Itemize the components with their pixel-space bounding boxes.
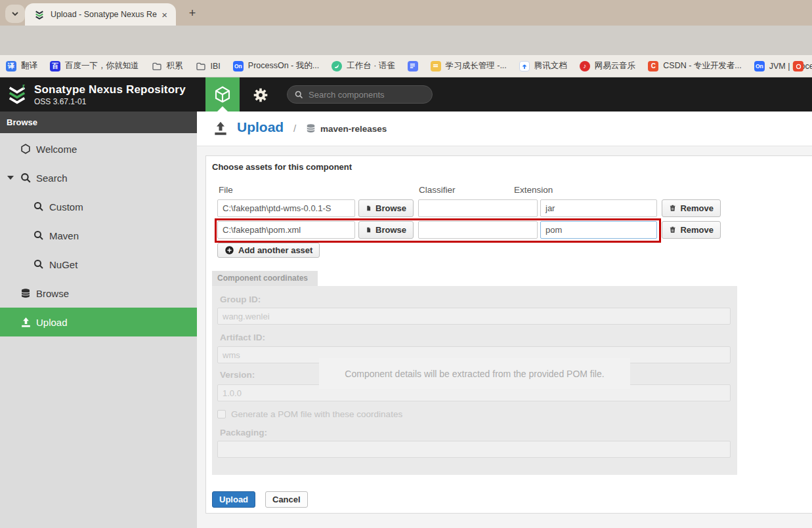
search-icon [32,258,45,270]
group-id-label: Group ID: [220,294,261,304]
sidebar-item-search[interactable]: Search [0,163,197,192]
tab-component-coordinates[interactable]: Component coordinates [212,271,318,286]
bookmark-folder-jilei[interactable]: 积累 [152,60,183,71]
bookmark-yuque[interactable]: 工作台 · 语雀 [331,60,395,71]
sidebar-item-custom[interactable]: Custom [0,192,197,221]
component-coordinates-panel: Group ID: Artifact ID: Version: Generate… [212,286,737,475]
packaging-label: Packaging: [220,428,267,437]
file-input[interactable] [217,199,355,217]
tab-search-button[interactable] [5,5,25,23]
active-mode-notch [217,106,228,112]
svg-text:r: r [22,83,25,90]
new-tab-button[interactable]: + [185,6,200,20]
gear-icon [252,87,269,104]
extension-input[interactable] [540,221,657,239]
breadcrumb: Upload / maven-releases [197,112,812,146]
generate-pom-label: Generate a POM file with these coordinat… [231,409,402,419]
yuque-icon [331,61,342,71]
database-icon [19,287,32,299]
generate-pom-checkbox [217,410,226,418]
hexagon-icon [19,143,32,155]
browse-button[interactable]: Browse [358,221,414,239]
sidebar-item-browse[interactable]: Browse [0,279,197,308]
clipped-bookmark-icon [793,61,803,71]
breadcrumb-repo-name: maven-releases [320,124,387,134]
bookmark-processon[interactable]: On ProcessOn - 我的... [233,60,319,71]
search-icon [32,230,45,241]
browse-button[interactable]: Browse [358,199,414,217]
version-label: Version: [220,370,255,380]
plus-circle-icon [224,245,234,255]
app-title: Sonatype Nexus Repository [34,83,186,96]
search-input[interactable] [309,90,420,100]
caret-down-icon [7,176,14,180]
sidebar-item-upload[interactable]: Upload [0,308,197,336]
generate-pom-row: Generate a POM file with these coordinat… [217,409,402,419]
sidebar-section-title: Browse [0,112,197,133]
sidebar-item-nuget[interactable]: NuGet [0,250,197,279]
bookmark-baidu[interactable]: 百 百度一下，你就知道 [50,60,139,71]
bookmark-tencent-docs[interactable]: 腾讯文档 [519,60,567,71]
file-icon [366,203,372,213]
bookmark-netease-music[interactable]: ♪ 网易云音乐 [580,60,636,71]
baidu-icon: 百 [50,61,60,71]
search-icon [19,172,32,184]
group-id-input [217,308,731,325]
sidebar-item-welcome[interactable]: Welcome [0,134,197,163]
packaging-input [217,441,731,458]
tab-close-icon[interactable]: × [160,10,169,20]
remove-button[interactable]: Remove [662,221,721,239]
upload-submit-button[interactable]: Upload [212,491,255,508]
file-input[interactable] [217,221,355,239]
browser-tab[interactable]: Upload - Sonatype Nexus Re × [25,3,176,26]
artifact-id-label: Artifact ID: [220,333,265,342]
breadcrumb-upload-link[interactable]: Upload [237,119,284,135]
sidebar-item-maven[interactable]: Maven [0,221,197,250]
processon-icon: On [233,61,244,71]
sidebar: Browse Welcome Search Custom Maven NuGet… [0,112,197,528]
breadcrumb-separator: / [293,123,296,134]
upload-icon [19,316,32,329]
tab-title: Upload - Sonatype Nexus Re [51,10,160,19]
app-version: OSS 3.67.1-01 [34,97,86,106]
main-content: Upload / maven-releases Choose assets fo… [197,112,812,528]
folder-icon [196,61,206,71]
trash-icon [669,203,676,213]
upload-icon [212,120,229,137]
translate-icon: 译 [6,61,16,71]
bookmark-folder-ibi[interactable]: IBI [196,61,221,71]
remove-button[interactable]: Remove [662,199,721,217]
bookmark-xuexi[interactable]: 学习成长管理 -... [431,60,507,71]
upload-panel: Choose assets for this component File Cl… [205,155,812,514]
chevron-down-icon [11,10,19,18]
notes-icon [431,61,441,71]
processon-icon: On [754,61,765,71]
add-asset-button[interactable]: Add another asset [217,243,320,258]
column-header-classifier: Classifier [419,185,456,195]
doc-icon [408,61,418,71]
bookmark-csdn[interactable]: C CSDN - 专业开发者... [648,60,741,71]
sonatype-logo: r [5,83,29,106]
classifier-input[interactable] [418,221,538,239]
tab-strip: Upload - Sonatype Nexus Re × + [0,0,812,26]
bookmarks-bar: 译 翻译 百 百度一下，你就知道 积累 IBI On ProcessOn - 我… [0,55,812,77]
component-search[interactable] [287,85,433,104]
bookmark-clipped[interactable] [793,61,803,71]
nexus-header: r Sonatype Nexus Repository OSS 3.67.1-0… [0,77,812,112]
netease-music-icon: ♪ [580,61,590,71]
classifier-input[interactable] [418,199,538,217]
sonatype-favicon [34,9,45,20]
column-header-extension: Extension [514,185,553,195]
csdn-icon: C [648,61,658,71]
assets-section-title: Choose assets for this component [212,162,352,172]
browse-mode-button[interactable] [205,77,240,112]
tencent-docs-icon [519,61,530,71]
extension-input[interactable] [540,199,657,217]
bookmark-translate[interactable]: 译 翻译 [6,60,37,71]
admin-settings-button[interactable] [251,86,270,104]
bookmark-doc[interactable] [408,61,418,71]
repository-icon [305,123,316,134]
cancel-button[interactable]: Cancel [265,491,308,508]
pom-extract-message: Component details will be extracted from… [319,358,630,389]
browser-window: Upload - Sonatype Nexus Re × + localhost… [0,0,812,528]
